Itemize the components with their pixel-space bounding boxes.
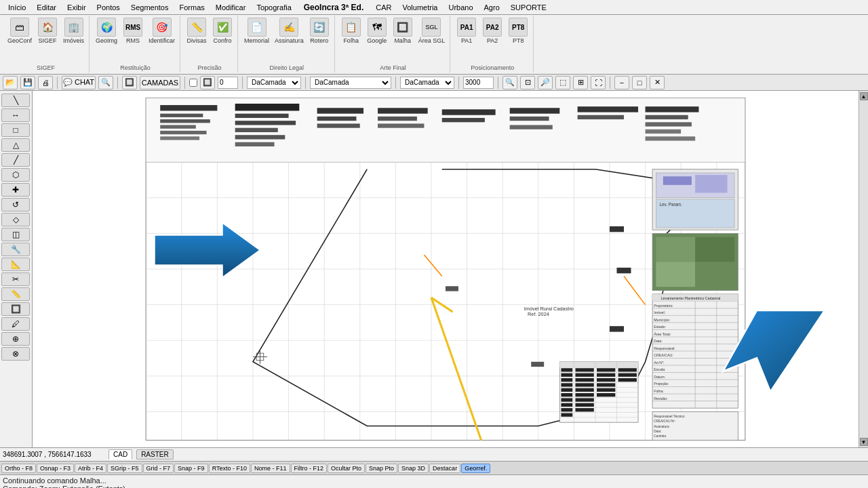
tb-rotero[interactable]: 🔄 Rotero xyxy=(307,16,332,46)
minimize-button[interactable]: − xyxy=(614,76,629,89)
tb-geoimg[interactable]: 🌍 GeoImg xyxy=(94,16,119,46)
tb-geoconf[interactable]: 🗃 GeoConf xyxy=(5,16,34,46)
tool-line[interactable]: ╱ xyxy=(1,153,30,167)
close-button[interactable]: ✕ xyxy=(650,76,665,89)
maximize-button[interactable]: ⛶ xyxy=(591,76,606,89)
shortcut-rtexto[interactable]: RTexto - F10 xyxy=(209,464,250,473)
shortcut-nome[interactable]: Nome - F11 xyxy=(251,464,290,473)
tb-memorial[interactable]: 📄 Memorial xyxy=(242,16,271,46)
menu-editar[interactable]: Editar xyxy=(31,2,62,13)
select-dacamada-3[interactable]: DaCamada xyxy=(400,77,454,89)
tb-sigef[interactable]: 🏠 SIGEF xyxy=(35,16,60,46)
sigef-group-label: SIGEF xyxy=(37,64,55,73)
tab-raster[interactable]: RASTER xyxy=(136,449,174,460)
menu-inicio[interactable]: Início xyxy=(3,2,31,13)
shortcut-ocultar[interactable]: Ocultar Pto xyxy=(328,464,365,473)
shortcut-snap[interactable]: Snap - F9 xyxy=(174,464,208,473)
tb-confro[interactable]: ✅ Confro xyxy=(210,16,235,46)
cmd-line-1: Continuando comando Malha... xyxy=(3,476,865,485)
shortcut-georref[interactable]: Georref. xyxy=(461,464,490,473)
shortcut-sgrip[interactable]: SGrip - F5 xyxy=(107,464,142,473)
tb-assinatura[interactable]: ✍ Assinatura xyxy=(273,16,306,46)
menu-car[interactable]: CAR xyxy=(370,2,397,13)
shortcut-atrib[interactable]: Atrib - F4 xyxy=(75,464,106,473)
scroll-up-button[interactable]: ▲ xyxy=(860,92,868,100)
svg-rect-165 xyxy=(618,373,637,377)
shortcut-osnap[interactable]: Osnap - F3 xyxy=(37,464,74,473)
tool-layer[interactable]: 🔲 xyxy=(1,302,30,316)
chat-button[interactable]: 💬 CHAT xyxy=(62,76,96,89)
tb-pa1[interactable]: PA1 PA1 xyxy=(454,16,479,46)
pt8-icon: PT8 xyxy=(509,18,528,37)
shortcut-ortho[interactable]: Ortho - F8 xyxy=(1,464,36,473)
tool-split[interactable]: ◫ xyxy=(1,228,30,241)
shortcut-snap3d[interactable]: Snap 3D xyxy=(398,464,429,473)
shortcut-destacar[interactable]: Destacar xyxy=(429,464,460,473)
pa2-icon: PA2 xyxy=(483,18,502,37)
tool-cross[interactable]: ✚ xyxy=(1,183,30,197)
select-dacamada-2[interactable]: DaCamada xyxy=(310,77,391,89)
tool-edit[interactable]: 🔧 xyxy=(1,243,30,256)
open-button[interactable]: 📂 xyxy=(3,76,18,89)
menu-geoincra[interactable]: GeoIncra 3ª Ed. xyxy=(297,1,370,14)
canvas-area[interactable]: Imóvel Rural Cadastro Ref. 2024 xyxy=(33,91,859,447)
tb-google[interactable]: 🗺 Google xyxy=(365,16,389,46)
tb-imoveis[interactable]: 🏢 Imóveis xyxy=(61,16,86,46)
select-dacamada-1[interactable]: DaCamada xyxy=(247,77,301,89)
tool-measure[interactable]: 📐 xyxy=(1,258,30,271)
tool-trim[interactable]: ✂ xyxy=(1,272,30,286)
menu-topografia[interactable]: Topografia xyxy=(251,2,296,13)
restore-button[interactable]: □ xyxy=(632,76,647,89)
layer-view-button[interactable]: 🔲 xyxy=(122,76,137,89)
shortcut-grid[interactable]: Grid - F7 xyxy=(143,464,174,473)
tool-add-point[interactable]: ⊕ xyxy=(1,332,30,346)
tb-folha[interactable]: 📋 Folha xyxy=(339,16,363,46)
zoom-window-button[interactable]: ⬚ xyxy=(555,76,570,89)
tool-rotate[interactable]: ↺ xyxy=(1,198,30,211)
tool-triangle[interactable]: △ xyxy=(1,138,30,152)
zoom-value[interactable]: 3000 xyxy=(463,77,494,89)
shortcut-filtro[interactable]: Filtro - F12 xyxy=(291,464,328,473)
tool-select[interactable]: ╲ xyxy=(1,94,30,107)
tool-move[interactable]: ↔ xyxy=(1,108,30,122)
zoom-out-button[interactable]: 🔎 xyxy=(538,76,553,89)
tb-pt8[interactable]: PT8 PT8 xyxy=(506,16,530,46)
geoimg-icon: 🌍 xyxy=(97,18,116,37)
tool-pen[interactable]: 🖊 xyxy=(1,317,30,331)
tb-pa2[interactable]: PA2 PA2 xyxy=(480,16,505,46)
zoom-in-button[interactable]: 🔍 xyxy=(502,76,517,89)
shortcut-snappto[interactable]: Snap Pto xyxy=(366,464,397,473)
scroll-down-button[interactable]: ▼ xyxy=(860,438,868,446)
zoom-extents-button[interactable]: ⊡ xyxy=(520,76,535,89)
areasgl-icon: SGL xyxy=(422,18,441,37)
tool-rectangle[interactable]: □ xyxy=(1,123,30,137)
menu-segmentos[interactable]: Segmentos xyxy=(125,2,174,13)
tb-rms[interactable]: RMS RMS xyxy=(121,16,145,46)
menu-modificar[interactable]: Modificar xyxy=(210,2,252,13)
menu-pontos[interactable]: Pontos xyxy=(92,2,125,13)
tool-polyline[interactable]: ⬡ xyxy=(1,168,30,182)
save-button[interactable]: 💾 xyxy=(20,76,35,89)
camadas-button[interactable]: CAMADAS xyxy=(140,76,180,89)
menu-suporte[interactable]: SUPORTE xyxy=(505,2,552,13)
search-button[interactable]: 🔍 xyxy=(98,76,113,89)
menu-exibir[interactable]: Exibir xyxy=(62,2,92,13)
snap-value[interactable]: 0 xyxy=(218,77,238,89)
tb-malha[interactable]: 🔲 Malha xyxy=(391,16,415,46)
tool-diamond[interactable]: ◇ xyxy=(1,213,30,226)
right-scrollbar[interactable]: ▲ ▼ xyxy=(859,91,868,447)
menu-urbano[interactable]: Urbano xyxy=(443,2,478,13)
svg-rect-48 xyxy=(510,117,549,121)
menu-volumetria[interactable]: Volumetria xyxy=(397,2,443,13)
tb-areasgl[interactable]: SGL Área SGL xyxy=(416,16,448,46)
menu-formas[interactable]: Formas xyxy=(174,2,210,13)
print-button[interactable]: 🖨 xyxy=(38,76,53,89)
tool-remove-point[interactable]: ⊗ xyxy=(1,347,30,361)
tb-identificar[interactable]: 🎯 Identificar xyxy=(146,16,177,46)
menu-agro[interactable]: Agro xyxy=(479,2,505,13)
snap-checkbox[interactable] xyxy=(189,79,197,87)
tool-ruler[interactable]: 📏 xyxy=(1,287,30,301)
zoom-all-button[interactable]: ⊞ xyxy=(573,76,588,89)
tb-divisas[interactable]: 📏 Divisas xyxy=(184,16,209,46)
tab-cad[interactable]: CAD xyxy=(108,449,132,460)
